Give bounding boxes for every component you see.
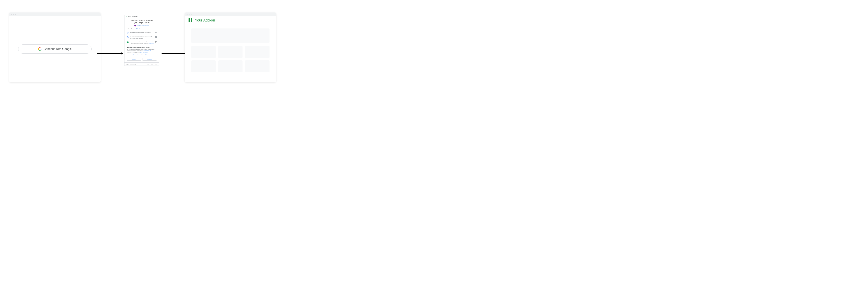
scope-row: Associate you with your personal info on… xyxy=(127,31,157,35)
scope-description: Associate you with your personal info on… xyxy=(130,32,154,33)
privacy-policy-link[interactable]: Privacy Policy xyxy=(133,54,140,55)
terms-of-service-link[interactable]: Terms of Service xyxy=(142,54,149,55)
app-body xyxy=(185,25,276,82)
window-control-dot xyxy=(11,13,12,15)
window-control-dot xyxy=(13,13,14,15)
content-placeholder xyxy=(191,28,270,43)
cancel-button[interactable]: Cancel xyxy=(127,58,141,61)
window-titlebar xyxy=(9,12,101,16)
signin-panel: Continue with Google xyxy=(9,12,101,82)
svg-rect-2 xyxy=(189,20,190,22)
chevron-down-icon: ▾ xyxy=(136,63,136,65)
select-scopes-label: Select what your Add-On can access xyxy=(127,28,157,30)
scope-row: See, create, and update its own attachme… xyxy=(127,40,157,45)
app-title: Your Add-on xyxy=(195,18,215,22)
profile-icon xyxy=(127,32,128,34)
learn-more-link[interactable]: Learn more xyxy=(149,42,154,44)
trust-paragraph: You may be sharing sensitive info with t… xyxy=(127,49,157,52)
scope-description: See your personal info, including any pe… xyxy=(130,36,154,39)
share-data-safely-link[interactable]: share data safely xyxy=(140,52,148,53)
scope-row: See your personal info, including any pe… xyxy=(127,35,157,40)
help-link[interactable]: Help xyxy=(147,63,149,65)
trust-title: Make sure you trust the installed Add-On… xyxy=(127,47,157,48)
google-g-icon xyxy=(38,48,41,51)
continue-button-label: Continue with Google xyxy=(44,48,72,51)
trust-paragraph: See Kahoot!'s Privacy Policy and Terms o… xyxy=(127,54,157,56)
google-account-link[interactable]: Google Account xyxy=(144,50,151,51)
flow-arrow-icon xyxy=(97,53,123,54)
consent-header-label: Sign in with Google xyxy=(128,16,137,17)
consent-footer: English (United States) ▾ Help Privacy T… xyxy=(124,62,159,65)
continue-with-google-button[interactable]: Continue with Google xyxy=(18,45,92,54)
trust-section: Make sure you trust the installed Add-On… xyxy=(127,47,157,56)
consent-title: Your Add-On! wants access to your Google… xyxy=(127,20,157,24)
scope-checkbox[interactable] xyxy=(155,36,157,38)
addon-logo-icon xyxy=(188,18,193,22)
window-control-dot xyxy=(15,13,16,15)
trust-paragraph: Learn how Google helps you share data sa… xyxy=(127,52,157,54)
content-placeholder xyxy=(218,60,243,72)
window-control-dot xyxy=(189,13,190,15)
drive-icon xyxy=(127,41,128,43)
addon-panel: Your Add-on xyxy=(185,12,276,82)
window-control-dot xyxy=(187,13,188,15)
content-placeholder xyxy=(191,46,216,58)
consent-dialog: Sign in with Google Your Add-On! wants a… xyxy=(124,15,159,66)
content-placeholder xyxy=(191,60,216,72)
scope-checkbox[interactable] xyxy=(155,32,157,33)
app-header: Your Add-on xyxy=(185,16,276,25)
window-control-dot xyxy=(191,13,192,15)
scope-description: See, create, and update its own attachme… xyxy=(130,41,154,44)
google-g-icon xyxy=(126,16,127,17)
content-placeholder xyxy=(245,60,270,72)
content-placeholder xyxy=(218,46,243,58)
svg-rect-1 xyxy=(191,18,192,20)
account-chip[interactable]: user@schoolDomain.com xyxy=(127,25,157,26)
scope-checkbox[interactable] xyxy=(155,41,157,43)
svg-rect-4 xyxy=(191,21,192,22)
language-selector[interactable]: English (United States) ▾ xyxy=(126,63,136,65)
consent-header: Sign in with Google xyxy=(124,15,159,18)
account-email: user@schoolDomain.com xyxy=(136,25,149,26)
window-titlebar xyxy=(185,12,276,16)
avatar-icon xyxy=(134,25,136,26)
privacy-link[interactable]: Privacy xyxy=(150,63,153,65)
continue-button[interactable]: Continue xyxy=(142,58,157,61)
profile-icon xyxy=(127,36,128,38)
terms-link[interactable]: Terms xyxy=(155,63,157,65)
svg-rect-0 xyxy=(189,18,190,20)
content-placeholder xyxy=(245,46,270,58)
